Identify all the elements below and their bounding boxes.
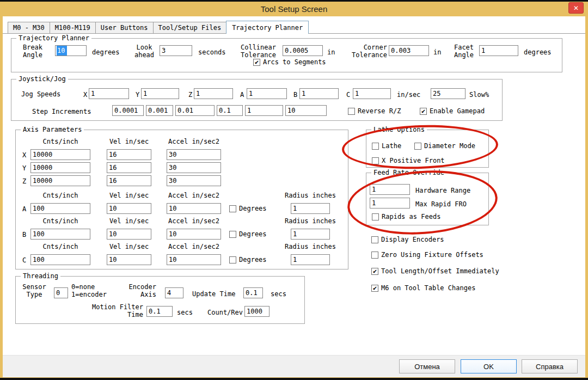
break-angle-label: Break Angle	[20, 44, 45, 59]
tab-trajectory-planner[interactable]: Trajectory Planner	[226, 21, 309, 34]
help-button[interactable]: Справка	[522, 359, 578, 373]
ok-button[interactable]: OK	[461, 359, 517, 373]
axis-y-cnts-input[interactable]	[30, 162, 90, 173]
axis-z-cnts-input[interactable]	[30, 175, 90, 186]
zero-using-fixture-offsets-checkbox[interactable]: Zero Using Fixture Offsets	[371, 251, 483, 259]
group-title: Joystick/Jog	[16, 75, 68, 83]
corner-tolerance-unit: in	[433, 48, 441, 56]
dialog-content: M0 - M30 M100-M119 User Buttons Tool/Set…	[3, 16, 585, 355]
vel-header: Vel in/sec	[107, 243, 151, 250]
look-ahead-input[interactable]	[160, 45, 192, 56]
axis-a-accel-input[interactable]	[167, 203, 221, 214]
checkbox-box	[372, 157, 379, 164]
step-increment-6-input[interactable]	[285, 105, 327, 116]
reverse-rz-checkbox[interactable]: Reverse R/Z	[348, 107, 401, 115]
facet-angle-input[interactable]	[479, 45, 518, 56]
axis-a-cnts-input[interactable]	[30, 203, 90, 214]
axis-b-cnts-input[interactable]	[30, 229, 90, 240]
encoder-axis-label: Encoder Axis	[128, 283, 156, 298]
jog-speed-b-input[interactable]	[299, 88, 339, 99]
checkbox-label: X Positive Front	[382, 157, 445, 164]
cnts-header: Cnts/inch	[30, 192, 90, 199]
tab-user-buttons[interactable]: User Buttons	[95, 22, 154, 33]
axis-y-accel-input[interactable]	[167, 162, 221, 173]
step-increments-label: Step Increments	[32, 108, 91, 115]
slow-percent-input[interactable]	[431, 88, 465, 99]
step-increment-3-input[interactable]	[175, 105, 215, 116]
tool-length-offset-immediately-checkbox[interactable]: Tool Length/Offset Immediately	[371, 267, 499, 275]
axis-z-vel-input[interactable]	[107, 175, 151, 186]
jog-axis-a-label: A	[240, 91, 244, 99]
axis-b-vel-input[interactable]	[107, 229, 151, 240]
axis-b-radius-input[interactable]	[291, 229, 330, 240]
close-icon: ✕	[573, 4, 579, 12]
axis-x-vel-input[interactable]	[107, 149, 151, 160]
max-rapid-fro-input[interactable]	[370, 198, 410, 209]
radius-header: Radius inches	[281, 217, 339, 225]
axis-b-accel-input[interactable]	[167, 229, 221, 240]
axis-c-accel-input[interactable]	[167, 254, 221, 265]
checkbox-label: Arcs to Segments	[263, 58, 326, 66]
checkbox-label: Degrees	[239, 256, 267, 263]
m6-on-tool-table-changes-checkbox[interactable]: M6 on Tool Table Changes	[371, 284, 475, 292]
display-encoders-checkbox[interactable]: Display Encoders	[371, 236, 444, 243]
axis-c-vel-input[interactable]	[107, 254, 151, 265]
break-angle-input[interactable]	[55, 45, 87, 56]
checkbox-box	[371, 268, 378, 275]
axis-y-vel-input[interactable]	[107, 162, 151, 173]
axis-a-radius-input[interactable]	[291, 203, 330, 214]
axis-c-cnts-input[interactable]	[30, 254, 90, 265]
update-time-input[interactable]	[243, 287, 263, 298]
encoder-axis-input[interactable]	[165, 287, 183, 298]
checkbox-box	[229, 256, 236, 263]
degrees-checkbox-b[interactable]: Degrees	[229, 230, 267, 238]
degrees-checkbox-c[interactable]: Degrees	[229, 256, 267, 263]
cnts-header: Cnts/inch	[30, 243, 90, 250]
step-increment-4-input[interactable]	[217, 105, 243, 116]
collinear-tolerance-unit: in	[327, 48, 335, 56]
rapids-as-feeds-checkbox[interactable]: Rapids as Feeds	[372, 213, 440, 220]
close-button[interactable]: ✕	[568, 2, 584, 14]
lathe-checkbox[interactable]: Lathe	[372, 142, 401, 150]
tab-tool-setup-files[interactable]: Tool/Setup Files	[153, 22, 227, 33]
jog-speed-a-input[interactable]	[247, 88, 287, 99]
step-increment-2-input[interactable]	[146, 105, 173, 116]
checkbox-box	[348, 108, 355, 115]
arcs-to-segments-checkbox[interactable]: Arcs to Segments	[253, 58, 326, 66]
cancel-button[interactable]: Отмена	[399, 359, 455, 373]
checkbox-label: Zero Using Fixture Offsets	[381, 251, 483, 259]
jog-speed-x-input[interactable]	[89, 88, 129, 99]
x-positive-front-checkbox[interactable]: X Positive Front	[372, 157, 445, 164]
jog-speeds-unit: in/sec	[397, 91, 420, 99]
count-rev-label: Count/Rev	[207, 309, 243, 316]
hardware-range-input[interactable]	[370, 184, 410, 195]
tab-m100-m119[interactable]: M100-M119	[50, 22, 96, 33]
collinear-tolerance-input[interactable]	[283, 45, 323, 56]
step-increment-5-input[interactable]	[245, 105, 283, 116]
window-bottom-edge	[0, 378, 588, 380]
axis-a-vel-input[interactable]	[107, 203, 151, 214]
tab-m0-m30[interactable]: M0 - M30	[8, 22, 50, 33]
group-title: Threading	[21, 272, 60, 280]
jog-speed-y-input[interactable]	[141, 88, 179, 99]
step-increment-1-input[interactable]	[112, 105, 144, 116]
diameter-mode-checkbox[interactable]: Diameter Mode	[414, 142, 475, 150]
jog-speed-c-input[interactable]	[353, 88, 391, 99]
vel-header: Vel in/sec	[107, 138, 151, 145]
count-rev-input[interactable]	[244, 306, 270, 317]
axis-c-radius-input[interactable]	[291, 254, 330, 265]
titlebar[interactable]: Tool Setup Screen	[0, 2, 588, 16]
corner-tolerance-input[interactable]	[389, 45, 429, 56]
jog-speed-z-input[interactable]	[194, 88, 233, 99]
axis-z-accel-input[interactable]	[167, 175, 221, 186]
joystick-jog-group: Joystick/Jog Jog Speeds X Y Z A B C in/s…	[11, 79, 503, 121]
sensor-type-input[interactable]	[54, 287, 68, 298]
axis-x-cnts-input[interactable]	[30, 149, 90, 160]
degrees-checkbox-a[interactable]: Degrees	[229, 205, 267, 212]
motion-filter-time-input[interactable]	[146, 306, 173, 317]
enable-gamepad-checkbox[interactable]: Enable Gamepad	[420, 107, 485, 115]
axis-x-accel-input[interactable]	[167, 149, 221, 160]
checkbox-label: Display Encoders	[381, 236, 444, 243]
jog-axis-x-label: X	[83, 91, 87, 99]
corner-tolerance-label: Corner Tolerance	[348, 44, 387, 59]
